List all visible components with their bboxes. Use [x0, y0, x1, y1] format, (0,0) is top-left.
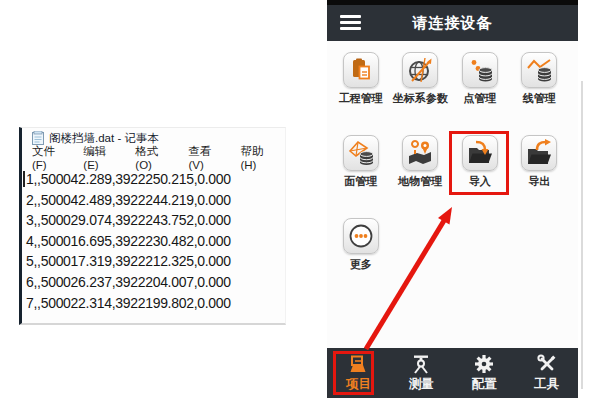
- grid-item-label: 点管理: [463, 91, 496, 106]
- more-dots-icon: [343, 218, 379, 254]
- project-tray-icon: [347, 353, 369, 375]
- composite-screenshot: { "notepad": { "window_title": "阁楼挡墙.dat…: [0, 0, 600, 400]
- grid-item-label: 工程管理: [339, 91, 383, 106]
- line-database-icon: [521, 52, 557, 88]
- grid-item-line-management[interactable]: 线管理: [521, 52, 557, 106]
- nav-item-project[interactable]: 项目: [327, 348, 390, 398]
- nav-label: 项目: [346, 376, 371, 393]
- grid-item-label: 导入: [469, 174, 491, 189]
- nav-label: 工具: [534, 376, 559, 393]
- data-line: 6,,500026.237,3922204.007,0.000: [26, 272, 285, 293]
- screen-edge-line: [581, 81, 583, 389]
- notepad-text-area[interactable]: 1,,500042.289,3922250.215,0.000 2,,50004…: [22, 166, 285, 313]
- header-title: 请连接设备: [327, 5, 578, 41]
- points-database-icon: [462, 52, 498, 88]
- grid-item-label: 坐标系参数: [393, 91, 448, 106]
- grid-item-label: 更多: [350, 257, 372, 272]
- grid-item-label: 导出: [528, 174, 550, 189]
- data-line: 4,,500016.695,3922230.482,0.000: [26, 231, 285, 252]
- grid-item-label: 线管理: [523, 91, 556, 106]
- feature-grid: 工程管理 坐标系参数: [327, 41, 578, 272]
- grid-item-point-management[interactable]: 点管理: [462, 52, 498, 106]
- grid-item-feature-management[interactable]: 地物管理: [398, 135, 442, 189]
- data-line: 5,,500017.319,3922212.325,0.000: [26, 251, 285, 272]
- import-folder-icon: [462, 135, 498, 171]
- tools-icon: [536, 353, 558, 375]
- grid-item-export[interactable]: 导出: [521, 135, 557, 189]
- data-line: 2,,500042.489,3922244.219,0.000: [26, 190, 285, 211]
- map-pins-icon: [402, 135, 438, 171]
- gear-icon: [473, 353, 495, 375]
- nav-item-tools[interactable]: 工具: [515, 348, 578, 398]
- nav-item-configure[interactable]: 配置: [453, 348, 516, 398]
- globe-compass-icon: [402, 52, 438, 88]
- polygon-database-icon: [343, 135, 379, 171]
- app-content: 工程管理 坐标系参数: [327, 41, 578, 348]
- export-folder-icon: [521, 135, 557, 171]
- notepad-window: 阁楼挡墙.dat - 记事本 文件(F) 编辑(E) 格式(O) 查看(V) 帮…: [19, 127, 286, 325]
- grid-item-more[interactable]: 更多: [343, 218, 379, 272]
- clipboard-icon: [343, 52, 379, 88]
- grid-item-import[interactable]: 导入: [462, 135, 498, 189]
- notepad-menubar: 文件(F) 编辑(E) 格式(O) 查看(V) 帮助(H): [22, 148, 285, 166]
- app-header: 请连接设备: [327, 5, 578, 41]
- nav-label: 测量: [409, 376, 434, 393]
- bottom-nav: 项目 测量: [327, 348, 578, 398]
- data-line: 7,,500022.314,3922199.802,0.000: [26, 293, 285, 314]
- grid-item-project-management[interactable]: 工程管理: [339, 52, 383, 106]
- mobile-app-screen: 请连接设备 工程管理: [327, 0, 578, 398]
- grid-item-label: 地物管理: [398, 174, 442, 189]
- grid-item-surface-management[interactable]: 面管理: [343, 135, 379, 189]
- grid-item-label: 面管理: [344, 174, 377, 189]
- grid-item-coordinate-parameters[interactable]: 坐标系参数: [393, 52, 448, 106]
- text-caret: [23, 171, 25, 187]
- data-line: 1,,500042.289,3922250.215,0.000: [26, 169, 285, 190]
- survey-station-icon: [410, 353, 432, 375]
- nav-item-measure[interactable]: 测量: [390, 348, 453, 398]
- nav-label: 配置: [471, 376, 496, 393]
- data-line: 3,,500029.074,3922243.752,0.000: [26, 210, 285, 231]
